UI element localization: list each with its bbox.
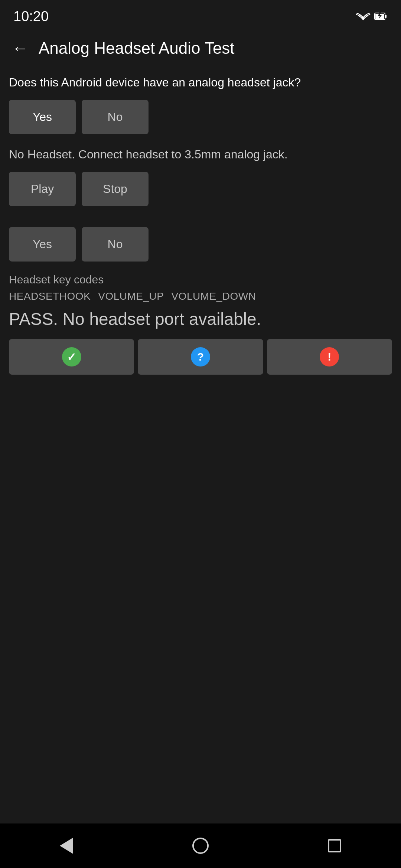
nav-recent-icon: [328, 839, 341, 852]
nav-recent-button[interactable]: [324, 835, 345, 856]
play-stop-buttons: Play Stop: [9, 172, 392, 206]
stop-button[interactable]: Stop: [82, 172, 149, 206]
spacer: [9, 218, 392, 227]
nav-home-icon: [192, 838, 209, 854]
headset-jack-buttons: Yes No: [9, 100, 392, 134]
main-content: Does this Android device have an analog …: [0, 67, 401, 823]
key-codes-row: HEADSETHOOK VOLUME_UP VOLUME_DOWN: [9, 290, 392, 302]
toolbar: ← Analog Headset Audio Test: [0, 30, 401, 67]
fail-icon: !: [320, 347, 339, 366]
fail-result-button[interactable]: !: [267, 339, 392, 375]
page-title: Analog Headset Audio Test: [39, 39, 235, 57]
nav-back-icon: [60, 838, 73, 854]
nav-home-button[interactable]: [189, 834, 212, 858]
status-icons: [356, 11, 388, 22]
pass-result-button[interactable]: ✓: [9, 339, 134, 375]
key-code-volume-down: VOLUME_DOWN: [171, 290, 256, 302]
headset-no-button[interactable]: No: [82, 100, 149, 134]
headset-yes-button[interactable]: Yes: [9, 100, 76, 134]
nav-back-button[interactable]: [56, 834, 77, 858]
info-result-button[interactable]: ?: [138, 339, 263, 375]
key-code-headsethook: HEADSETHOOK: [9, 290, 91, 302]
info-icon: ?: [191, 347, 210, 366]
status-bar: 10:20: [0, 0, 401, 30]
svg-rect-1: [385, 15, 387, 18]
key-code-volume-up: VOLUME_UP: [98, 290, 164, 302]
connect-instruction: No Headset. Connect headset to 3.5mm ana…: [9, 146, 392, 163]
back-button[interactable]: ←: [9, 37, 31, 59]
pass-text: PASS. No headset port available.: [9, 308, 392, 331]
key-codes-label: Headset key codes: [9, 273, 392, 286]
back-arrow-icon: ←: [12, 40, 28, 56]
result-buttons-row: ✓ ? !: [9, 339, 392, 375]
audio-yes-button[interactable]: Yes: [9, 227, 76, 262]
pass-icon: ✓: [62, 347, 81, 366]
headset-question: Does this Android device have an analog …: [9, 74, 392, 91]
audio-confirm-buttons: Yes No: [9, 227, 392, 262]
audio-no-button[interactable]: No: [82, 227, 149, 262]
battery-icon: [374, 11, 388, 22]
nav-bar: [0, 823, 401, 868]
wifi-icon: [356, 11, 371, 22]
play-button[interactable]: Play: [9, 172, 76, 206]
status-time: 10:20: [13, 9, 49, 24]
